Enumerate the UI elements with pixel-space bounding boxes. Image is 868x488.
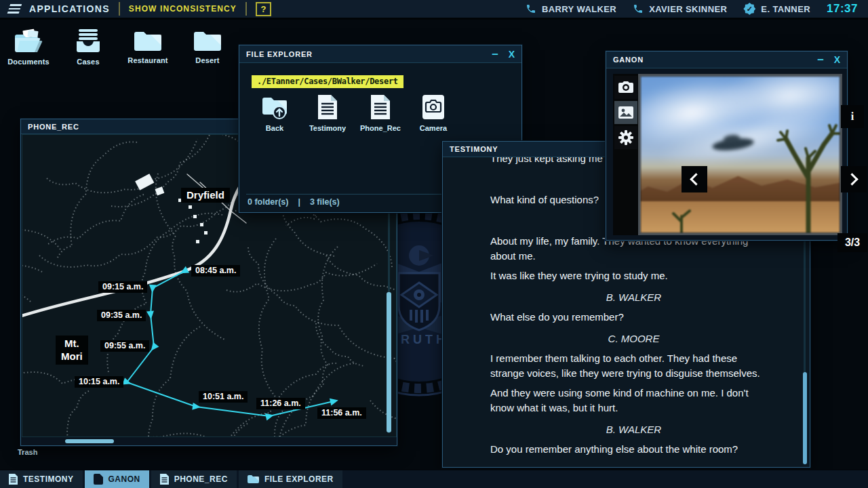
window-ganon: GANON – X	[606, 51, 848, 241]
map-label-dryfield: Dryfield	[181, 188, 230, 203]
map-hscrollbar-thumb[interactable]	[65, 439, 114, 443]
transcript-speaker: C. MOORE	[490, 332, 777, 345]
statusbar: 0 folder(s) | 3 file(s)	[248, 197, 340, 207]
track-time-label: 10:51 a.m.	[199, 391, 248, 403]
minimize-icon[interactable]: –	[492, 51, 498, 58]
chevron-right-icon	[846, 173, 858, 185]
next-photo-button[interactable]	[841, 166, 867, 192]
previous-photo-button[interactable]	[682, 166, 707, 192]
file-item-testimony[interactable]: Testimony	[306, 94, 349, 132]
track-time-label: 08:45 a.m.	[191, 265, 240, 277]
file-item-label: Testimony	[309, 124, 346, 132]
file-count: 3 file(s)	[310, 197, 340, 207]
photo-counter: 3/3	[837, 233, 867, 252]
chevron-left-icon	[690, 173, 702, 185]
taskbar-item-file-explorer[interactable]: FILE EXPLORER	[239, 470, 342, 488]
transcript-line: know what it was, but it hurt.	[490, 401, 777, 414]
clock: 17:37	[827, 2, 858, 16]
transcript-line: about me.	[490, 249, 777, 262]
app-icon	[94, 474, 103, 485]
folder-icon	[248, 474, 259, 484]
track-time-label: 11:56 a.m.	[317, 407, 366, 419]
taskbar: TESTIMONY GANON PHONE_REC FILE EXPLORER	[0, 469, 868, 488]
help-button[interactable]: ?	[256, 2, 271, 16]
taskbar-item-label: FILE EXPLORER	[264, 474, 334, 484]
taskbar-item-testimony[interactable]: TESTIMONY	[0, 470, 83, 488]
window-title: GANON	[613, 56, 644, 64]
topbar: APPLICATIONS SHOW INCONSISTENCY ? BARRY …	[0, 0, 868, 20]
file-item-back[interactable]: Back	[253, 94, 296, 132]
desktop-icon-label: Documents	[7, 58, 50, 66]
file-item-label: Phone_Rec	[360, 124, 401, 132]
camera-icon	[618, 81, 634, 94]
contact-name: BARRY WALKER	[542, 4, 616, 14]
file-item-label: Back	[266, 124, 283, 132]
show-inconsistency-button[interactable]: SHOW INCONSISTENCY	[129, 4, 237, 14]
file-explorer-titlebar[interactable]: FILE EXPLORER – X	[239, 45, 521, 63]
desktop-screen: TRUTH Documents Cases	[0, 0, 868, 488]
desktop-icon-documents[interactable]: Documents	[7, 28, 50, 66]
folder-count: 0 folder(s)	[248, 197, 288, 207]
mountain-label-line1: Mt.	[61, 337, 83, 350]
contact-name: XAVIER SKINNER	[649, 4, 727, 14]
desktop-icon-cases[interactable]: Cases	[66, 28, 110, 66]
map-label-mt-mori: Mt. Mori	[56, 336, 88, 365]
track-time-label: 09:35 a.m.	[97, 310, 146, 321]
transcript-line: I remember them talking to each other. T…	[490, 352, 777, 365]
ganon-titlebar[interactable]: GANON – X	[606, 52, 847, 68]
taskbar-item-label: PHONE_REC	[174, 474, 228, 484]
seal-text: TRUTH	[390, 333, 448, 346]
window-title: FILE EXPLORER	[246, 50, 313, 58]
file-item-phone-rec[interactable]: Phone_Rec	[359, 94, 402, 132]
minimize-icon[interactable]: –	[817, 56, 823, 63]
image-icon	[618, 106, 634, 119]
desktop-icon-label: Cases	[77, 58, 99, 66]
close-icon[interactable]: X	[834, 54, 840, 65]
taskbar-item-phone-rec[interactable]: PHONE_REC	[151, 470, 237, 488]
file-list: Back Testimony	[253, 94, 455, 132]
taskbar-item-label: TESTIMONY	[23, 474, 74, 484]
hamburger-menu-icon[interactable]	[7, 4, 22, 14]
verified-badge-icon: ✓	[743, 3, 755, 15]
contact-e-tanner[interactable]: ✓ E. TANNER	[743, 3, 810, 15]
document-icon	[160, 474, 169, 485]
breadcrumb-path: ./ETanner/Cases/BWalker/Desert	[252, 75, 403, 88]
contact-name: E. TANNER	[761, 4, 810, 14]
ufo-desert-photo	[641, 77, 840, 232]
desktop-icon-trash[interactable]: Trash	[18, 448, 37, 456]
map-buildings	[135, 174, 208, 243]
map-vscrollbar-thumb[interactable]	[387, 292, 391, 432]
desktop-icon-label: Restaurant	[127, 56, 167, 64]
applications-menu[interactable]: APPLICATIONS	[29, 3, 110, 14]
gallery-tab-button[interactable]	[614, 101, 637, 124]
gear-icon	[618, 129, 634, 146]
window-title: TESTIMONY	[450, 145, 498, 153]
open-folder-icon	[13, 28, 44, 54]
desktop-icon-label: Desert	[195, 56, 219, 64]
taskbar-item-label: GANON	[108, 474, 140, 484]
inbox-icon	[73, 28, 103, 54]
testimony-scrollbar-thumb[interactable]	[803, 372, 807, 464]
taskbar-item-ganon[interactable]: GANON	[85, 470, 149, 488]
close-icon[interactable]: X	[509, 49, 515, 60]
transcript-speaker: B. WALKER	[490, 423, 777, 436]
camera-tab-button[interactable]	[614, 76, 637, 99]
phone-icon	[526, 3, 536, 14]
transcript-line: It was like they were trying to study me…	[490, 269, 777, 282]
transcript-line: Do you remember anything else about the …	[490, 443, 777, 455]
contact-xavier-skinner[interactable]: XAVIER SKINNER	[633, 3, 727, 14]
photo-frame: i 3/3	[638, 74, 842, 235]
settings-tab-button[interactable]	[614, 126, 637, 149]
topbar-divider	[245, 2, 247, 16]
mountain-label-line2: Mori	[61, 350, 83, 363]
desktop-icon-desert[interactable]: Desert	[186, 28, 229, 66]
desktop-icons: Documents Cases Restaurant De	[7, 28, 229, 66]
file-item-label: Camera	[420, 124, 447, 132]
document-icon	[370, 94, 391, 120]
photo-info-button[interactable]: i	[841, 105, 864, 128]
track-time-label: 11:26 a.m.	[256, 398, 305, 409]
contact-barry-walker[interactable]: BARRY WALKER	[526, 3, 616, 14]
file-item-camera[interactable]: Camera	[412, 94, 455, 132]
desktop-icon-restaurant[interactable]: Restaurant	[126, 28, 170, 66]
track-time-label: 10:15 a.m.	[75, 376, 123, 388]
